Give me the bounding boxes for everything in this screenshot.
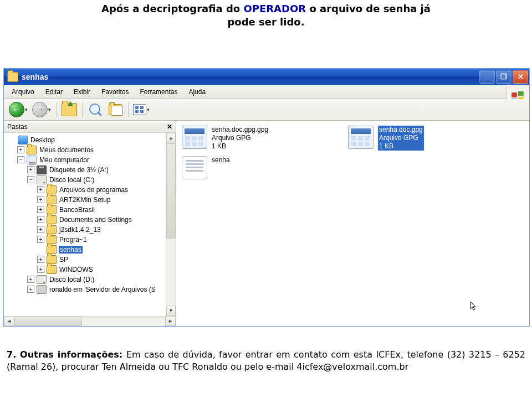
mouse-cursor-icon [470,301,478,311]
expand-toggle[interactable]: + [37,226,44,233]
tree-node[interactable]: +Disquete de 3½ (A:) [5,165,176,175]
scroll-right-button[interactable]: ► [165,317,176,326]
chevron-down-icon: ▾ [25,107,28,112]
expand-toggle[interactable]: + [27,166,34,173]
chevron-down-icon: ▾ [147,107,150,112]
svg-rect-1 [518,91,524,96]
expand-toggle[interactable]: + [37,236,44,243]
tree-node[interactable]: senhas [5,245,176,255]
expand-toggle[interactable]: − [27,176,34,183]
scroll-thumb[interactable] [14,317,82,326]
separator [56,102,57,117]
menu-arquivo[interactable]: Arquivo [6,86,40,98]
scroll-thumb[interactable] [166,143,176,239]
back-button[interactable]: ←▾ [7,100,29,119]
tree-node[interactable]: −Disco local (C:) [5,175,176,185]
views-button[interactable]: ▾ [132,100,151,119]
tree-label: BancoBrasil [59,206,95,214]
tree-node[interactable]: −Meu computador [5,155,176,165]
tree-node[interactable]: +SP [5,255,176,265]
explorer-window: senhas _ ❐ ✕ Arquivo Editar Exibir Favor… [3,68,530,327]
tree-label: Disquete de 3½ (A:) [49,166,109,174]
file-item[interactable]: senha.doc.gpgArquivo GPG1 KB [348,126,498,151]
expand-toggle[interactable]: + [37,216,44,223]
vertical-scrollbar[interactable]: ▲ ▼ [166,133,176,316]
my-pc-icon [27,156,37,164]
folder-icon [47,255,57,264]
doc-heading: Após a decriptografia do OPERADOR o arqu… [0,2,532,29]
menu-favoritos[interactable]: Favoritos [96,86,134,98]
desktop-icon [18,136,28,144]
title-bar[interactable]: senhas _ ❐ ✕ [4,69,529,85]
file-thumb-icon [182,156,207,179]
tree-label: j2sdk1.4.2_13 [59,226,101,234]
folder-icon [47,205,57,214]
minimize-button[interactable]: _ [479,70,495,84]
disk-icon [37,275,47,284]
file-info: senha [212,156,230,164]
search-button[interactable] [86,100,105,119]
doc-footer: 7. Outras informações: Em caso de dúvida… [7,349,525,374]
folder-icon [47,185,57,194]
tree-node[interactable]: +j2sdk1.4.2_13 [5,225,176,235]
folders-header: Pastas [7,123,28,131]
menu-exibir[interactable]: Exibir [68,86,96,98]
tree-node[interactable]: +BancoBrasil [5,205,176,215]
tree-node[interactable]: +Documents and Settings [5,215,176,225]
tree-node[interactable]: +Disco local (D:) [5,275,176,285]
scroll-left-button[interactable]: ◄ [4,317,14,326]
expand-toggle [8,136,16,143]
folders-pane: Pastas ✕ Desktop+Meus documentos−Meu com… [4,121,176,326]
file-info: senha.doc.gpg.gpgArquivo GPG1 KB [212,126,268,151]
menu-editar[interactable]: Editar [40,86,68,98]
expand-toggle[interactable]: + [17,146,24,153]
menu-ajuda[interactable]: Ajuda [183,86,211,98]
content-area: Pastas ✕ Desktop+Meus documentos−Meu com… [4,121,529,326]
disk-icon [37,175,47,184]
search-icon [88,102,103,117]
folders-icon [109,104,122,115]
tree-node[interactable]: +Progra~1 [5,235,176,245]
separator [82,102,83,117]
tree-node[interactable]: +ronaldo em 'Servidor de Arquivos (S [5,285,176,294]
tree-node[interactable]: +Arquivos de programas [5,185,176,195]
folder-tree[interactable]: Desktop+Meus documentos−Meu computador+D… [4,133,176,316]
separator [128,102,129,117]
tree-label: SP [59,256,69,263]
window-title: senhas [22,73,479,81]
file-item[interactable]: senha.doc.gpg.gpgArquivo GPG1 KB [182,126,331,151]
tree-node[interactable]: Desktop [5,135,176,145]
maximize-button[interactable]: ❐ [496,70,511,84]
expand-toggle[interactable]: + [37,206,44,213]
folders-close-button[interactable]: ✕ [167,123,172,131]
scanner-icon [37,285,47,294]
tree-label: WINDOWS [59,266,94,273]
menu-ferramentas[interactable]: Ferramentas [134,86,183,98]
tree-label: Desktop [30,136,55,144]
close-button[interactable]: ✕ [513,70,528,84]
folder-icon [7,72,18,82]
tree-label: ronaldo em 'Servidor de Arquivos (S [49,286,156,293]
tree-node[interactable]: +ART2KMin Setup [5,195,176,205]
expand-toggle[interactable]: + [27,276,34,283]
file-list[interactable]: senha.doc.gpg.gpgArquivo GPG1 KBsenha.do… [176,121,529,326]
expand-toggle[interactable]: − [17,156,24,163]
expand-toggle[interactable]: + [27,286,34,293]
horizontal-scrollbar[interactable]: ◄ ► [4,316,176,326]
tree-label: Meus documentos [39,146,94,154]
tree-node[interactable]: +WINDOWS [5,265,176,275]
tree-label: senhas [59,246,83,254]
up-button[interactable] [60,100,79,119]
folders-button[interactable] [106,100,125,119]
expand-toggle[interactable]: + [37,266,44,273]
expand-toggle[interactable]: + [37,186,44,193]
scroll-down-button[interactable]: ▼ [166,306,176,316]
expand-toggle[interactable]: + [37,256,44,263]
file-item[interactable]: senha [182,156,331,179]
scroll-up-button[interactable]: ▲ [166,133,176,143]
expand-toggle[interactable]: + [37,196,44,203]
tree-node[interactable]: +Meus documentos [5,145,176,155]
folder-icon [47,235,57,244]
file-thumb-icon [182,126,207,149]
forward-button[interactable]: →▾ [30,100,53,119]
